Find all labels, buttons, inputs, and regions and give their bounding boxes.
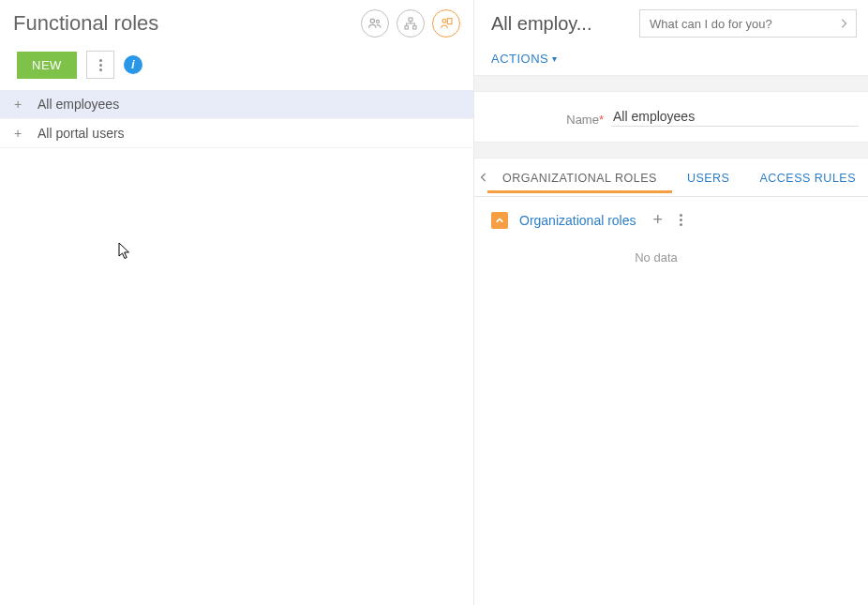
collapse-toggle-icon[interactable] <box>491 212 508 229</box>
actions-menu[interactable]: ACTIONS ▾ <box>491 52 558 66</box>
name-field[interactable] <box>611 107 859 127</box>
tab-organizational-roles[interactable]: ORGANIZATIONAL ROLES <box>487 161 672 193</box>
no-data-message: No data <box>491 230 859 265</box>
detail-panel: All employ... ACTIONS ▾ Name* <box>474 0 868 605</box>
functional-role-icon[interactable] <box>432 9 460 38</box>
expand-icon[interactable]: + <box>11 98 24 111</box>
left-panel: Functional roles <box>0 0 474 605</box>
caret-down-icon: ▾ <box>552 53 558 64</box>
info-icon[interactable]: i <box>124 55 142 74</box>
users-icon[interactable] <box>361 9 389 38</box>
tree-item-label: All employees <box>37 97 119 112</box>
org-chart-icon[interactable] <box>397 9 425 38</box>
tabs-scroll-left[interactable] <box>480 159 487 196</box>
separator <box>474 142 868 159</box>
svg-rect-3 <box>405 26 408 29</box>
section-more-button[interactable] <box>676 210 686 230</box>
svg-point-5 <box>442 19 446 23</box>
roles-tree: + All employees + All portal users <box>0 90 473 148</box>
command-search[interactable] <box>639 9 857 38</box>
svg-point-0 <box>370 19 374 23</box>
new-button[interactable]: NEW <box>17 52 77 79</box>
tree-item-all-portal-users[interactable]: + All portal users <box>0 119 473 148</box>
expand-icon[interactable]: + <box>11 127 24 140</box>
add-org-role-button[interactable]: + <box>653 210 664 230</box>
detail-title: All employ... <box>491 13 591 35</box>
tree-item-all-employees[interactable]: + All employees <box>0 90 473 119</box>
command-search-input[interactable] <box>650 17 839 31</box>
separator <box>474 75 868 92</box>
chevron-right-icon <box>839 18 848 29</box>
view-switch-icons <box>361 9 460 38</box>
page-title: Functional roles <box>13 11 158 36</box>
name-field-label: Name* <box>491 113 604 127</box>
svg-rect-2 <box>409 18 412 21</box>
more-actions-button[interactable] <box>86 51 114 79</box>
tabs: ORGANIZATIONAL ROLES USERS ACCESS RULES <box>474 159 868 197</box>
svg-point-1 <box>376 20 379 23</box>
tree-item-label: All portal users <box>37 126 125 141</box>
svg-rect-4 <box>413 26 416 29</box>
tab-access-rules[interactable]: ACCESS RULES <box>744 161 868 193</box>
section-organizational-roles[interactable]: Organizational roles <box>519 213 636 228</box>
svg-rect-6 <box>447 19 452 24</box>
tab-users[interactable]: USERS <box>672 161 745 193</box>
